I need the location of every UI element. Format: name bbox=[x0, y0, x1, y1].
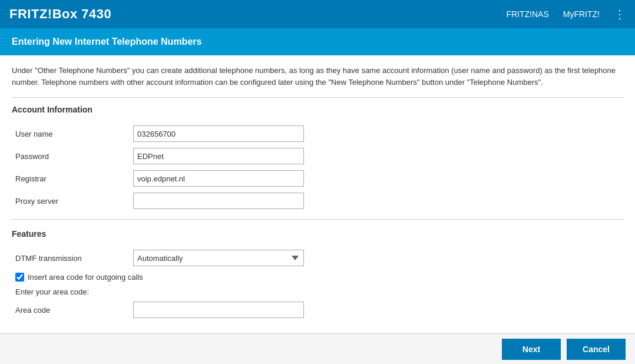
myfritz-link[interactable]: MyFRITZ! bbox=[563, 9, 600, 19]
username-label: User name bbox=[15, 130, 133, 138]
insert-area-code-checkbox[interactable] bbox=[15, 273, 24, 282]
header: FRITZ!Box 7430 FRITZ!NAS MyFRITZ! ⋮ bbox=[0, 0, 635, 28]
dtmf-row: DTMF transmission Automatically RFC 2833… bbox=[12, 247, 623, 269]
account-section: Account Information User name Password R… bbox=[12, 105, 623, 212]
page-title-bar: Entering New Internet Telephone Numbers bbox=[0, 28, 635, 55]
area-code-row: Area code bbox=[12, 299, 623, 321]
content-area: Under "Other Telephone Numbers" you can … bbox=[0, 55, 635, 363]
page-title: Entering New Internet Telephone Numbers bbox=[12, 37, 201, 47]
divider-2 bbox=[12, 219, 623, 220]
password-input[interactable] bbox=[133, 148, 304, 164]
username-row: User name bbox=[12, 123, 623, 145]
next-button[interactable]: Next bbox=[502, 339, 561, 360]
proxy-server-input[interactable] bbox=[133, 193, 304, 209]
cancel-button[interactable]: Cancel bbox=[567, 339, 626, 360]
registrar-label: Registrar bbox=[15, 174, 133, 183]
app-logo: FRITZ!Box 7430 bbox=[9, 6, 111, 22]
header-nav: FRITZ!NAS MyFRITZ! ⋮ bbox=[506, 7, 626, 21]
menu-icon[interactable]: ⋮ bbox=[614, 7, 626, 21]
account-section-heading: Account Information bbox=[12, 105, 623, 114]
insert-area-code-label: Insert area code for outgoing calls bbox=[28, 273, 143, 282]
registrar-input[interactable] bbox=[133, 170, 304, 187]
description-text: Under "Other Telephone Numbers" you can … bbox=[12, 65, 623, 88]
features-heading: Features bbox=[12, 229, 623, 239]
area-code-prompt: Enter your area code: bbox=[12, 285, 623, 299]
proxy-server-label: Proxy server bbox=[15, 197, 133, 206]
username-input[interactable] bbox=[133, 125, 304, 142]
password-row: Password bbox=[12, 145, 623, 167]
dtmf-select[interactable]: Automatically RFC 2833 SIP Info Inband bbox=[133, 250, 304, 266]
password-label: Password bbox=[15, 152, 133, 161]
area-code-input[interactable] bbox=[133, 302, 304, 318]
dtmf-label: DTMF transmission bbox=[15, 254, 133, 263]
area-code-label: Area code bbox=[15, 306, 133, 315]
divider-1 bbox=[12, 97, 623, 98]
insert-area-code-row: Insert area code for outgoing calls bbox=[12, 269, 623, 285]
action-bar: Next Cancel bbox=[0, 333, 635, 364]
fritznas-link[interactable]: FRITZ!NAS bbox=[506, 9, 548, 19]
proxy-server-row: Proxy server bbox=[12, 190, 623, 212]
features-section: Features DTMF transmission Automatically… bbox=[12, 229, 623, 321]
registrar-row: Registrar bbox=[12, 167, 623, 190]
